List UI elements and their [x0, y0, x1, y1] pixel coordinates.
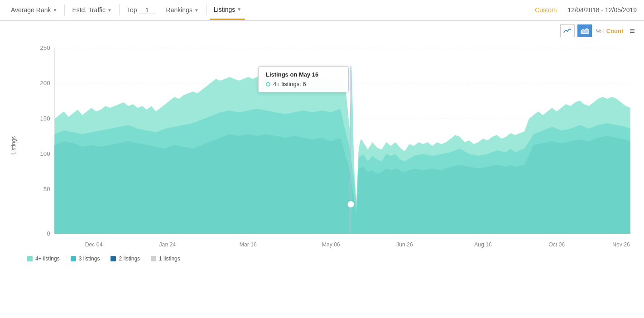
date-end: 12/05/2019 [605, 6, 637, 14]
svg-text:May 06: May 06 [322, 241, 340, 248]
top-label: Top [127, 6, 137, 14]
average-rank-arrow: ▼ [53, 8, 57, 13]
chart-legend: 4+ listings 3 listings 2 listings 1 list… [0, 252, 644, 265]
line-chart-btn[interactable] [560, 24, 575, 37]
svg-text:200: 200 [40, 80, 50, 87]
y-axis-label: Listings [10, 136, 17, 155]
estd-traffic-label: Estd. Traffic [72, 6, 106, 14]
line-chart-icon [563, 27, 572, 34]
listings-tab[interactable]: Listings ▼ [210, 0, 245, 20]
listings-arrow: ▼ [237, 7, 241, 12]
svg-text:Jun 26: Jun 26 [396, 241, 413, 248]
legend-color-3 [71, 256, 76, 261]
svg-text:Aug 16: Aug 16 [474, 241, 492, 248]
pipe: | [603, 28, 605, 34]
svg-marker-0 [581, 29, 588, 34]
top-bar: Average Rank ▼ Estd. Traffic ▼ Top Ranki… [0, 0, 644, 21]
hamburger-menu-btn[interactable]: ≡ [630, 26, 635, 36]
date-sep: - [601, 6, 603, 14]
average-rank-label: Average Rank [11, 6, 51, 14]
chart-controls: % | Count ≡ [0, 21, 644, 39]
svg-text:Mar 16: Mar 16 [240, 241, 257, 248]
estd-traffic-dropdown[interactable]: Estd. Traffic ▼ [68, 0, 115, 20]
listings-label: Listings [214, 6, 235, 13]
main-chart: 250 200 150 100 50 0 Dec 04 Jan 24 [36, 39, 635, 252]
rankings-arrow: ▼ [194, 8, 199, 13]
legend-label-2: 2 listings [119, 255, 140, 262]
legend-item-2: 2 listings [111, 255, 140, 262]
pct-count-label: % | Count [596, 28, 624, 34]
svg-text:Jan 24: Jan 24 [159, 241, 176, 248]
svg-text:0: 0 [47, 230, 50, 237]
custom-button[interactable]: Custom [535, 6, 557, 14]
rankings-dropdown[interactable]: Rankings ▼ [163, 0, 202, 20]
svg-text:250: 250 [40, 44, 50, 51]
divider-1 [64, 5, 65, 15]
legend-label-4plus: 4+ listings [35, 255, 60, 262]
date-start: 12/04/2018 [567, 6, 599, 14]
top-input-group: Top [123, 0, 159, 20]
date-range: 12/04/2018 - 12/05/2019 [567, 6, 637, 14]
legend-label-3: 3 listings [79, 255, 100, 262]
legend-item-3: 3 listings [71, 255, 100, 262]
rankings-label: Rankings [166, 6, 192, 14]
average-rank-dropdown[interactable]: Average Rank ▼ [7, 0, 61, 20]
svg-text:Dec 04: Dec 04 [85, 241, 103, 248]
area-chart-btn[interactable] [577, 24, 592, 37]
legend-label-1: 1 listings [159, 255, 180, 262]
pct-label[interactable]: % [596, 28, 602, 34]
svg-text:150: 150 [40, 115, 50, 122]
count-label[interactable]: Count [606, 28, 624, 34]
svg-text:100: 100 [40, 150, 50, 157]
estd-traffic-arrow: ▼ [107, 8, 112, 13]
legend-item-4plus: 4+ listings [27, 255, 60, 262]
svg-point-16 [347, 201, 354, 208]
divider-2 [119, 5, 120, 15]
legend-color-4plus [27, 256, 33, 261]
legend-color-2 [111, 256, 116, 261]
svg-text:50: 50 [43, 186, 50, 193]
legend-color-1 [151, 256, 156, 261]
area-chart-icon [581, 27, 589, 34]
top-value-input[interactable] [139, 6, 155, 14]
svg-text:Nov 26: Nov 26 [612, 241, 630, 248]
divider-3 [206, 5, 207, 15]
svg-text:Oct 06: Oct 06 [548, 241, 565, 248]
legend-item-1: 1 listings [151, 255, 180, 262]
